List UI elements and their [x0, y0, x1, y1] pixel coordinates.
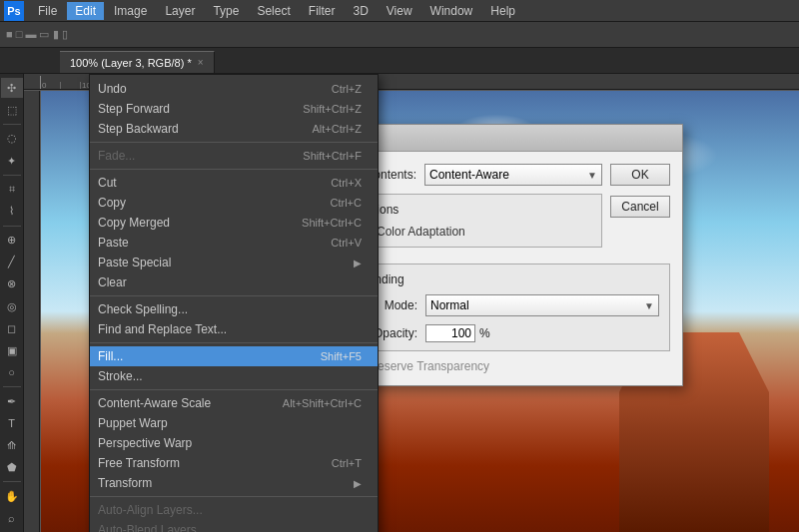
- tool-history[interactable]: ◎: [1, 296, 23, 316]
- blending-section: Blending Mode: Normal ▼ Opacity: 100 %: [347, 264, 670, 351]
- tool-eraser[interactable]: ◻: [1, 318, 23, 338]
- step-backward-shortcut: Alt+Ctrl+Z: [312, 123, 362, 135]
- menu-type[interactable]: Type: [205, 2, 247, 20]
- menu-item-step-backward[interactable]: Step Backward Alt+Ctrl+Z: [90, 119, 378, 139]
- mode-dropdown-arrow: ▼: [644, 300, 654, 311]
- menu-separator-3: [90, 295, 378, 296]
- contents-row: Contents: Content-Aware ▼ OK: [347, 164, 670, 186]
- active-tab[interactable]: 100% (Layer 3, RGB/8) * ×: [60, 51, 215, 73]
- menu-item-check-spelling[interactable]: Check Spelling...: [90, 299, 378, 319]
- fill-label: Fill...: [98, 349, 301, 363]
- ruler-tick: [60, 82, 80, 90]
- dialog-body: Contents: Content-Aware ▼ OK Options: [335, 152, 682, 385]
- tool-path[interactable]: ⟰: [1, 435, 23, 455]
- menu-item-step-forward[interactable]: Step Forward Shift+Ctrl+Z: [90, 99, 378, 119]
- tool-crop[interactable]: ⌗: [1, 180, 23, 200]
- content-aware-label: Content-Aware Scale: [98, 396, 263, 410]
- menu-filter[interactable]: Filter: [301, 2, 344, 20]
- tool-gradient[interactable]: ▣: [1, 340, 23, 360]
- copy-label: Copy: [98, 196, 311, 210]
- free-transform-shortcut: Ctrl+T: [332, 457, 362, 469]
- menu-item-copy-merged[interactable]: Copy Merged Shift+Ctrl+C: [90, 213, 378, 233]
- tool-lasso[interactable]: ◌: [1, 129, 23, 149]
- cancel-button[interactable]: Cancel: [610, 196, 670, 218]
- menu-item-transform[interactable]: Transform ▶: [90, 473, 378, 493]
- menu-select[interactable]: Select: [249, 2, 298, 20]
- menu-separator-6: [90, 496, 378, 497]
- tab-close-button[interactable]: ×: [198, 57, 204, 68]
- menu-item-paste-special[interactable]: Paste Special ▶: [90, 253, 378, 272]
- menu-bar: Ps File Edit Image Layer Type Select Fil…: [0, 0, 799, 22]
- color-adaptation-row: Color Adaptation: [358, 225, 591, 239]
- tool-dodge[interactable]: ○: [1, 362, 23, 382]
- tool-text[interactable]: T: [1, 413, 23, 433]
- options-section: Options Color Adaptation: [347, 194, 602, 248]
- puppet-warp-label: Puppet Warp: [98, 416, 362, 430]
- paste-shortcut: Ctrl+V: [331, 237, 362, 249]
- tool-clone[interactable]: ⊗: [1, 274, 23, 294]
- mode-select[interactable]: Normal ▼: [425, 294, 659, 316]
- options-text: ■ □ ▬ ▭ ▮ ▯: [6, 28, 68, 41]
- menu-separator-4: [90, 342, 378, 343]
- copy-merged-shortcut: Shift+Ctrl+C: [302, 217, 362, 229]
- tabs-bar: 100% (Layer 3, RGB/8) * ×: [0, 48, 799, 74]
- tool-brush[interactable]: ╱: [1, 253, 23, 272]
- menu-item-stroke[interactable]: Stroke...: [90, 366, 378, 386]
- opacity-unit: %: [479, 326, 490, 340]
- app-logo: Ps: [4, 1, 24, 21]
- tool-separator-5: [3, 481, 21, 482]
- tool-hand[interactable]: ✋: [1, 486, 23, 506]
- tool-zoom[interactable]: ⌕: [1, 508, 23, 528]
- stroke-label: Stroke...: [98, 369, 362, 383]
- tool-magic-wand[interactable]: ✦: [1, 151, 23, 171]
- fill-dialog: Fill Contents: Content-Aware ▼ OK O: [334, 124, 683, 386]
- paste-special-arrow: ▶: [354, 258, 362, 268]
- menu-item-undo[interactable]: Undo Ctrl+Z: [90, 79, 378, 99]
- toolbar: ✣ ⬚ ◌ ✦ ⌗ ⌇ ⊕ ╱ ⊗ ◎ ◻ ▣ ○ ✒ T ⟰ ⬟ ✋ ⌕: [0, 74, 24, 532]
- opacity-input[interactable]: 100: [425, 324, 475, 342]
- menu-item-paste[interactable]: Paste Ctrl+V: [90, 233, 378, 253]
- clear-label: Clear: [98, 275, 362, 289]
- menu-file[interactable]: File: [30, 2, 65, 20]
- menu-item-copy[interactable]: Copy Ctrl+C: [90, 193, 378, 213]
- preserve-transparency-row: Preserve Transparency: [347, 359, 670, 373]
- transform-label: Transform: [98, 476, 346, 490]
- canvas-area: 0 10 20 30 40 50 60 65: [24, 74, 799, 532]
- tool-move[interactable]: ✣: [1, 78, 23, 98]
- menu-view[interactable]: View: [379, 2, 420, 20]
- menu-image[interactable]: Image: [106, 2, 155, 20]
- menu-item-free-transform[interactable]: Free Transform Ctrl+T: [90, 453, 378, 473]
- menu-item-cut[interactable]: Cut Ctrl+X: [90, 173, 378, 193]
- menu-item-auto-blend: Auto-Blend Layers...: [90, 520, 378, 532]
- contents-select[interactable]: Content-Aware ▼: [424, 164, 602, 186]
- blending-section-title: Blending: [358, 272, 659, 286]
- menu-item-content-aware[interactable]: Content-Aware Scale Alt+Shift+Ctrl+C: [90, 393, 378, 413]
- dialog-buttons: Cancel: [610, 194, 670, 256]
- menu-window[interactable]: Window: [422, 2, 481, 20]
- menu-item-puppet-warp[interactable]: Puppet Warp: [90, 413, 378, 433]
- contents-value: Content-Aware: [429, 168, 509, 182]
- tool-shape[interactable]: ⬟: [1, 457, 23, 477]
- tool-marquee[interactable]: ⬚: [1, 100, 23, 120]
- color-adaptation-label: Color Adaptation: [377, 225, 465, 239]
- menu-edit[interactable]: Edit: [67, 2, 104, 20]
- menu-item-find-replace[interactable]: Find and Replace Text...: [90, 319, 378, 339]
- menu-layer[interactable]: Layer: [157, 2, 203, 20]
- step-forward-shortcut: Shift+Ctrl+Z: [303, 103, 362, 115]
- menu-item-fill[interactable]: Fill... Shift+F5: [90, 346, 378, 366]
- fill-shortcut: Shift+F5: [321, 350, 362, 362]
- fade-label: Fade...: [98, 149, 283, 163]
- menu-item-perspective-warp[interactable]: Perspective Warp: [90, 433, 378, 453]
- preserve-transparency-label: Preserve Transparency: [366, 359, 489, 373]
- tool-separator-2: [3, 175, 21, 176]
- tool-pen[interactable]: ✒: [1, 391, 23, 411]
- tool-eyedropper[interactable]: ⌇: [1, 202, 23, 222]
- ok-button[interactable]: OK: [610, 164, 670, 186]
- paste-special-label: Paste Special: [98, 256, 346, 269]
- menu-3d[interactable]: 3D: [345, 2, 376, 20]
- menu-item-clear[interactable]: Clear: [90, 272, 378, 292]
- step-forward-label: Step Forward: [98, 102, 283, 116]
- tool-separator-4: [3, 386, 21, 387]
- tool-heal[interactable]: ⊕: [1, 231, 23, 251]
- menu-help[interactable]: Help: [482, 2, 523, 20]
